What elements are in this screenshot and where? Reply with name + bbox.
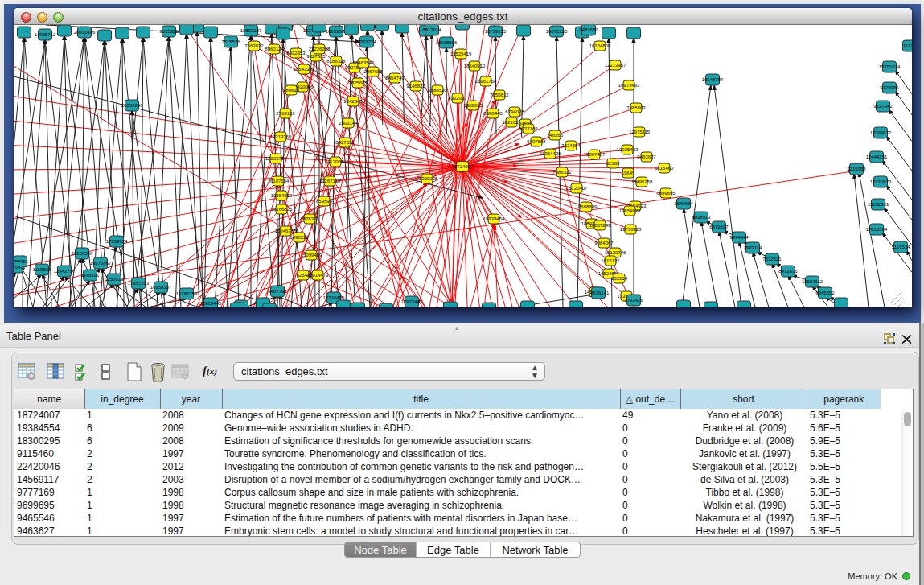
svg-text:20053346: 20053346 <box>121 103 143 108</box>
svg-text:17016504: 17016504 <box>866 227 888 232</box>
svg-text:853594: 853594 <box>316 199 333 204</box>
svg-text:15099459: 15099459 <box>301 253 322 257</box>
svg-text:9055325: 9055325 <box>159 29 179 34</box>
svg-text:16543382: 16543382 <box>294 67 315 72</box>
svg-text:10958107: 10958107 <box>150 285 172 290</box>
svg-text:1588520: 1588520 <box>428 88 447 93</box>
svg-text:1640954: 1640954 <box>674 201 693 206</box>
svg-text:1167534: 1167534 <box>892 245 911 249</box>
svg-text:7515526: 7515526 <box>221 39 240 44</box>
svg-text:15751074: 15751074 <box>879 64 901 69</box>
svg-text:6899695: 6899695 <box>656 191 676 196</box>
svg-text:2718126: 2718126 <box>276 111 295 116</box>
svg-text:20691406: 20691406 <box>74 30 96 35</box>
svg-text:746266: 746266 <box>547 133 564 138</box>
svg-text:12923445: 12923445 <box>200 301 222 306</box>
svg-text:16782759: 16782759 <box>176 291 198 296</box>
svg-text:19218586: 19218586 <box>436 40 458 45</box>
svg-text:12975115: 12975115 <box>629 130 651 134</box>
svg-text:12923445: 12923445 <box>401 299 423 304</box>
svg-text:8427552: 8427552 <box>335 140 355 145</box>
svg-text:12213369: 12213369 <box>270 134 292 139</box>
svg-text:3624554: 3624554 <box>561 143 581 148</box>
svg-text:989613: 989613 <box>283 88 300 93</box>
svg-text:23226058: 23226058 <box>309 47 331 51</box>
svg-text:1498222: 1498222 <box>290 235 309 240</box>
svg-text:15720407: 15720407 <box>566 186 588 191</box>
svg-text:9777169: 9777169 <box>519 126 538 131</box>
svg-text:14536141: 14536141 <box>588 290 610 295</box>
svg-text:16914479: 16914479 <box>307 273 329 278</box>
svg-text:8938913: 8938913 <box>692 215 711 220</box>
svg-text:16210973: 16210973 <box>870 179 892 184</box>
svg-text:417006: 417006 <box>327 159 344 164</box>
svg-text:12942757: 12942757 <box>54 269 76 274</box>
svg-text:15495758: 15495758 <box>631 179 653 184</box>
svg-text:21364436: 21364436 <box>540 151 561 156</box>
svg-text:9327505: 9327505 <box>306 54 326 59</box>
svg-text:7485063: 7485063 <box>626 105 646 110</box>
svg-text:11123: 11123 <box>903 43 912 48</box>
svg-text:1615132: 1615132 <box>601 258 620 263</box>
svg-text:62160: 62160 <box>606 161 620 166</box>
svg-text:2933114: 2933114 <box>744 245 763 250</box>
svg-text:10025433: 10025433 <box>617 147 639 152</box>
svg-text:16120746: 16120746 <box>605 250 626 255</box>
svg-text:8912953: 8912953 <box>286 51 306 56</box>
svg-text:18807249: 18807249 <box>589 223 611 228</box>
svg-text:19975867: 19975867 <box>90 261 112 266</box>
svg-text:2803144: 2803144 <box>339 121 358 126</box>
svg-text:10807487: 10807487 <box>584 152 606 157</box>
svg-text:1145191: 1145191 <box>81 273 101 278</box>
svg-text:10688609: 10688609 <box>576 204 598 209</box>
svg-text:13654923: 13654923 <box>619 208 641 213</box>
svg-text:19654963: 19654963 <box>271 193 293 198</box>
svg-text:3875685: 3875685 <box>348 80 368 85</box>
svg-text:2487682: 2487682 <box>579 27 598 32</box>
svg-text:19338454: 19338454 <box>483 216 505 221</box>
svg-text:1733426: 1733426 <box>624 298 643 303</box>
svg-text:25300205: 25300205 <box>417 176 438 181</box>
svg-text:9457791: 9457791 <box>268 289 287 294</box>
svg-text:1362615: 1362615 <box>463 103 483 108</box>
svg-text:8990448: 8990448 <box>483 111 503 116</box>
svg-text:15716485: 15716485 <box>323 295 345 300</box>
svg-text:8813014: 8813014 <box>422 27 441 32</box>
svg-text:2967608: 2967608 <box>363 69 383 74</box>
svg-text:9474444: 9474444 <box>729 235 749 240</box>
svg-text:7357224: 7357224 <box>357 39 376 44</box>
svg-text:9227342: 9227342 <box>873 104 893 109</box>
svg-text:17957253: 17957253 <box>128 281 150 286</box>
svg-text:13267110: 13267110 <box>319 179 341 183</box>
svg-text:12444151: 12444151 <box>866 154 888 159</box>
svg-text:9242848: 9242848 <box>343 99 363 104</box>
svg-text:9463627: 9463627 <box>637 154 656 159</box>
svg-text:10719155: 10719155 <box>485 29 507 34</box>
svg-text:16107554: 16107554 <box>268 179 290 183</box>
svg-text:16961758: 16961758 <box>475 79 497 84</box>
svg-text:10973493: 10973493 <box>618 83 640 88</box>
svg-text:7955812: 7955812 <box>490 93 509 97</box>
svg-text:17359924: 17359924 <box>106 239 128 244</box>
svg-text:15463546: 15463546 <box>353 60 375 65</box>
svg-text:14055712: 14055712 <box>35 32 56 37</box>
svg-text:15692951: 15692951 <box>868 202 889 207</box>
svg-text:20206556: 20206556 <box>72 251 93 256</box>
svg-text:16154808: 16154808 <box>589 43 611 48</box>
svg-text:9146821: 9146821 <box>406 84 425 89</box>
svg-text:16033809: 16033809 <box>326 29 347 34</box>
svg-text:1250513: 1250513 <box>105 277 124 282</box>
svg-text:10654112: 10654112 <box>802 279 823 284</box>
svg-text:9245652: 9245652 <box>815 290 835 295</box>
svg-text:6479197: 6479197 <box>709 225 729 229</box>
svg-text:16671355: 16671355 <box>546 29 568 34</box>
svg-text:10853287: 10853287 <box>240 28 262 33</box>
svg-text:3215958: 3215958 <box>847 167 866 171</box>
svg-text:3915411: 3915411 <box>14 265 26 270</box>
svg-text:8454749: 8454749 <box>385 76 405 80</box>
svg-text:7986322: 7986322 <box>552 170 572 175</box>
svg-text:12103754: 12103754 <box>265 156 287 161</box>
svg-text:7632621: 7632621 <box>762 257 782 262</box>
svg-text:7663822: 7663822 <box>244 43 264 48</box>
svg-text:9084067: 9084067 <box>594 241 614 245</box>
